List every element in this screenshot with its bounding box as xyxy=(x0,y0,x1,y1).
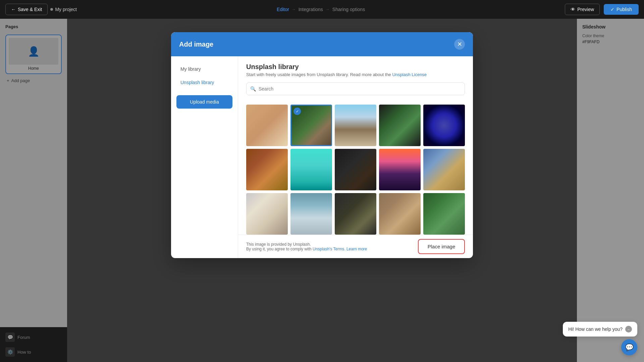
integrations-step[interactable]: Integrations xyxy=(299,7,323,12)
top-navigation: ← Save & Exit My project Editor → Integr… xyxy=(0,0,644,19)
modal-sidebar: My library Unsplash library Upload media xyxy=(171,56,238,258)
modal-footer: This image is provided by Unsplash. By u… xyxy=(238,235,473,258)
arrow-2: → xyxy=(326,7,330,12)
eye-icon: 👁 xyxy=(571,7,575,12)
modal-title: Add image xyxy=(179,41,213,48)
image-item[interactable] xyxy=(423,149,465,190)
image-item[interactable] xyxy=(423,105,465,146)
unsplash-license-link[interactable]: Unsplash License xyxy=(392,72,427,77)
search-input[interactable] xyxy=(246,82,465,95)
upload-media-button[interactable]: Upload media xyxy=(176,95,232,109)
modal-content-area: Unsplash library Start with freely usabl… xyxy=(238,56,473,258)
modal-close-button[interactable]: ✕ xyxy=(454,39,465,50)
image-item-selected[interactable]: ✓ xyxy=(290,105,332,146)
image-grid-wrapper: ✓ xyxy=(238,105,473,235)
image-item[interactable] xyxy=(246,105,288,146)
nav-right: 👁 Preview ✓ Publish xyxy=(565,4,639,15)
chat-close-button[interactable]: – xyxy=(625,326,632,333)
preview-button[interactable]: 👁 Preview xyxy=(565,4,600,15)
sharing-options-step[interactable]: Sharing options xyxy=(332,7,365,12)
save-exit-label: Save & Exit xyxy=(18,7,42,12)
unsplash-subtitle: Start with freely usable images from Uns… xyxy=(246,72,465,77)
unsplash-library-nav[interactable]: Unsplash library xyxy=(176,76,232,88)
nav-left: ← Save & Exit My project xyxy=(5,4,77,15)
modal-body: My library Unsplash library Upload media… xyxy=(171,56,473,258)
footer-text: This image is provided by Unsplash. By u… xyxy=(246,242,367,251)
image-grid: ✓ xyxy=(246,105,465,235)
chat-widget: Hi! How can we help you? – 💬 xyxy=(563,322,637,355)
image-item[interactable] xyxy=(246,193,288,235)
dot-indicator xyxy=(50,8,53,11)
chat-message: Hi! How can we help you? xyxy=(568,326,623,332)
modal-overlay: Add image ✕ My library Unsplash library … xyxy=(0,19,644,362)
chat-fab-button[interactable]: 💬 xyxy=(621,339,637,355)
add-image-modal: Add image ✕ My library Unsplash library … xyxy=(171,32,473,258)
unsplash-terms-link[interactable]: Unsplash's Terms. xyxy=(313,247,345,251)
editor-step[interactable]: Editor xyxy=(277,7,289,12)
image-item[interactable] xyxy=(290,149,332,190)
place-image-button[interactable]: Place image xyxy=(418,239,465,254)
image-item[interactable] xyxy=(335,193,376,235)
chat-bubble: Hi! How can we help you? – xyxy=(563,322,637,337)
image-item[interactable] xyxy=(423,193,465,235)
image-item[interactable] xyxy=(335,149,376,190)
unsplash-title: Unsplash library xyxy=(246,63,465,71)
image-item[interactable] xyxy=(379,105,421,146)
image-item[interactable] xyxy=(246,149,288,190)
nav-center: Editor → Integrations → Sharing options xyxy=(277,7,365,12)
search-icon: 🔍 xyxy=(250,86,256,92)
project-name: My project xyxy=(50,7,77,12)
arrow-1: → xyxy=(292,7,296,12)
image-item[interactable] xyxy=(290,193,332,235)
selection-check: ✓ xyxy=(293,108,301,115)
messenger-icon: 💬 xyxy=(625,343,634,351)
save-exit-button[interactable]: ← Save & Exit xyxy=(5,4,48,15)
publish-button[interactable]: ✓ Publish xyxy=(604,4,639,15)
image-item[interactable] xyxy=(335,105,376,146)
check-icon: ✓ xyxy=(610,7,614,12)
image-item[interactable] xyxy=(379,149,421,190)
search-container: 🔍 xyxy=(246,82,465,95)
image-item[interactable] xyxy=(379,193,421,235)
modal-content-header: Unsplash library Start with freely usabl… xyxy=(238,56,473,105)
modal-header: Add image ✕ xyxy=(171,32,473,56)
my-library-nav[interactable]: My library xyxy=(176,63,232,75)
learn-more-link[interactable]: Learn more xyxy=(346,247,367,251)
arrow-left-icon: ← xyxy=(11,7,16,12)
